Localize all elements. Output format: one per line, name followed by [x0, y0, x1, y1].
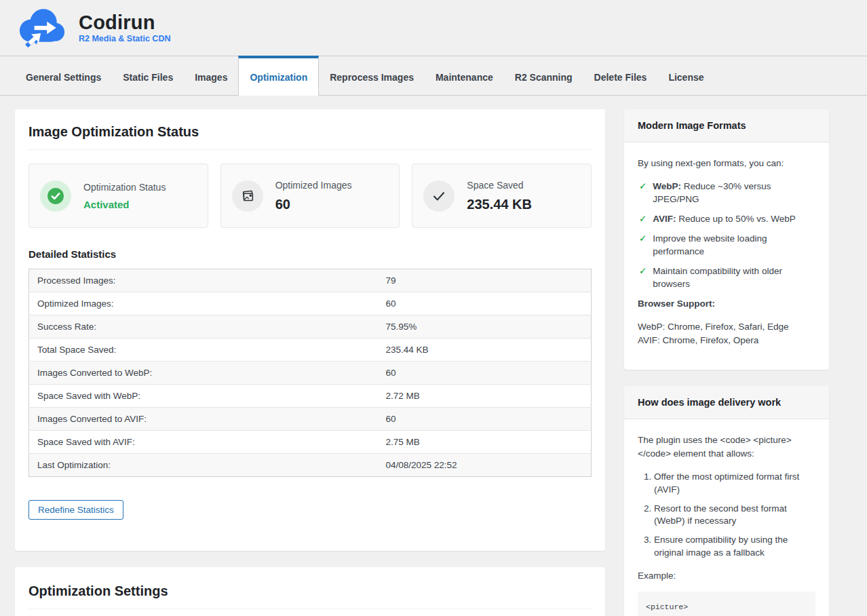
code-example: <picture> <source srcset="imagem.avif" t… — [638, 592, 815, 616]
optimization-status-card: Image Optimization Status Optimization S… — [15, 109, 605, 551]
site-header: Codirun R2 Media & Static CDN — [0, 0, 867, 56]
check-icon: ✓ — [639, 265, 647, 291]
tab-license[interactable]: License — [657, 56, 714, 96]
row-value: 60 — [377, 408, 591, 431]
tab-optimization[interactable]: Optimization — [238, 56, 319, 96]
tab-bar: General Settings Static Files Images Opt… — [0, 56, 867, 96]
table-row: Images Converted to WebP:60 — [29, 362, 592, 385]
row-value: 79 — [377, 269, 591, 292]
tab-general-settings[interactable]: General Settings — [15, 56, 112, 96]
tab-maintenance[interactable]: Maintenance — [425, 56, 504, 96]
row-value: 04/08/2025 22:52 — [377, 454, 591, 477]
stat-value: 235.44 KB — [467, 197, 532, 212]
row-label: Images Converted to WebP: — [29, 362, 378, 385]
list-item: Offer the most optimized format first (A… — [654, 471, 815, 497]
stat-value: Activated — [83, 199, 166, 210]
row-label: Last Optimization: — [29, 454, 378, 477]
list-item: ✓Maintain compatibility with older brows… — [639, 265, 815, 291]
table-row: Last Optimization:04/08/2025 22:52 — [29, 454, 592, 477]
brand-name: Codirun — [79, 12, 170, 33]
modern-image-formats-card: Modern Image Formats By using next-gen f… — [624, 109, 829, 370]
delivery-steps: Offer the most optimized format first (A… — [654, 471, 815, 560]
table-row: Optimized Images:60 — [29, 292, 592, 315]
check-icon: ✓ — [639, 213, 647, 226]
table-row: Space Saved with AVIF:2.75 MB — [29, 431, 592, 454]
statistics-table: Processed Images:79 Optimized Images:60 … — [28, 269, 592, 477]
stat-cards-row: Optimization Status Activated — [28, 163, 592, 228]
row-value: 60 — [377, 292, 591, 315]
stat-label: Optimized Images — [275, 180, 352, 191]
stat-value: 60 — [275, 197, 352, 212]
item-text: Reduce up to 50% vs. WebP — [676, 214, 796, 224]
list-item: Ensure compatibility by using the origin… — [654, 534, 815, 560]
brand-text: Codirun R2 Media & Static CDN — [79, 12, 170, 43]
stat-card-optimization-status: Optimization Status Activated — [28, 163, 208, 228]
tab-r2-scanning[interactable]: R2 Scanning — [504, 56, 583, 96]
check-icon — [423, 180, 455, 212]
redefine-statistics-button[interactable]: Redefine Statistics — [28, 500, 123, 520]
brand-cloud-logo-icon — [15, 5, 69, 50]
row-value: 235.44 KB — [377, 339, 591, 362]
table-row: Space Saved with WebP:2.72 MB — [29, 385, 592, 408]
support-line: WebP: Chrome, Firefox, Safari, Edge — [638, 320, 815, 334]
list-item: ✓Improve the website loading performance — [639, 233, 815, 258]
row-label: Total Space Saved: — [29, 339, 378, 362]
row-label: Success Rate: — [29, 315, 378, 339]
table-row: Processed Images:79 — [29, 269, 592, 292]
table-row: Success Rate:75.95% — [29, 315, 592, 339]
optimization-settings-title: Optimization Settings — [28, 583, 592, 609]
check-icon: ✓ — [639, 180, 647, 206]
page-title: Image Optimization Status — [28, 124, 592, 150]
list-item: Resort to the second best format (WebP) … — [654, 503, 815, 528]
browser-support-title: Browser Support: — [638, 297, 815, 311]
detailed-statistics-title: Detailed Statistics — [28, 248, 592, 260]
support-line: AVIF: Chrome, Firefox, Opera — [638, 334, 815, 347]
sidebar: Modern Image Formats By using next-gen f… — [624, 109, 829, 616]
formats-intro: By using next-gen formats, you can: — [638, 157, 815, 170]
list-item: ✓AVIF: Reduce up to 50% vs. WebP — [639, 213, 815, 226]
card-title: Modern Image Formats — [624, 109, 829, 142]
item-text: Maintain compatibility with older browse… — [653, 266, 782, 289]
row-value: 60 — [377, 362, 591, 385]
tab-reprocess-images[interactable]: Reprocess Images — [319, 56, 425, 96]
check-icon: ✓ — [639, 233, 647, 258]
stat-card-space-saved: Space Saved 235.44 KB — [412, 163, 592, 228]
check-circle-green-icon — [40, 180, 71, 212]
benefit-list: ✓WebP: Reduce ~30% versus JPEG/PNG ✓AVIF… — [639, 180, 815, 290]
item-text: Improve the website loading performance — [653, 233, 767, 256]
image-delivery-card: How does image delivery work The plugin … — [624, 386, 829, 616]
stat-label: Optimization Status — [83, 182, 166, 193]
table-row: Total Space Saved:235.44 KB — [29, 339, 592, 362]
row-label: Space Saved with AVIF: — [29, 431, 378, 454]
table-row: Images Converted to AVIF:60 — [29, 408, 592, 431]
row-label: Images Converted to AVIF: — [29, 408, 378, 431]
item-prefix: AVIF: — [653, 214, 676, 224]
stat-card-optimized-images: Optimized Images 60 — [220, 163, 400, 228]
code-line: <picture> — [646, 602, 688, 611]
row-value: 75.95% — [377, 315, 591, 339]
tab-images[interactable]: Images — [184, 56, 238, 96]
row-label: Space Saved with WebP: — [29, 385, 378, 408]
images-icon — [232, 180, 263, 212]
row-value: 2.75 MB — [377, 431, 591, 454]
stat-label: Space Saved — [467, 180, 532, 191]
row-label: Optimized Images: — [29, 292, 378, 315]
tab-delete-files[interactable]: Delete Files — [583, 56, 658, 96]
example-label: Example: — [638, 569, 815, 583]
row-value: 2.72 MB — [377, 385, 591, 408]
item-prefix: WebP: — [653, 181, 681, 191]
delivery-intro: The plugin uses the <code> <picture> </c… — [638, 434, 815, 461]
tab-static-files[interactable]: Static Files — [112, 56, 184, 96]
card-title: How does image delivery work — [624, 386, 829, 419]
optimization-settings-card: Optimization Settings — [15, 567, 605, 616]
list-item: ✓WebP: Reduce ~30% versus JPEG/PNG — [639, 180, 815, 206]
row-label: Processed Images: — [29, 269, 378, 292]
brand-tagline: R2 Media & Static CDN — [79, 34, 170, 43]
